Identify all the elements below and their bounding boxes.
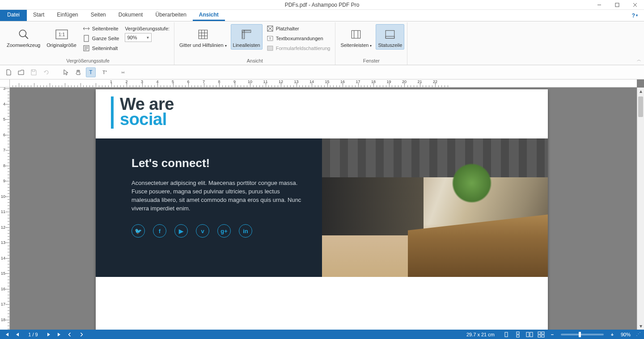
ribbon-group-window-label: Fenster bbox=[338, 57, 404, 65]
formfield-icon bbox=[267, 45, 274, 52]
youtube-icon[interactable]: ▶ bbox=[174, 224, 188, 238]
zoom-value[interactable]: 90% bbox=[621, 332, 631, 337]
original-size-button[interactable]: 1:1 Originalgröße bbox=[44, 24, 79, 50]
qa-addtext-button[interactable]: T+ bbox=[98, 67, 108, 77]
zoom-slider[interactable] bbox=[561, 334, 604, 335]
fit-width-button[interactable]: Seitenbreite bbox=[80, 24, 122, 33]
viewmode-twopage-cont-button[interactable] bbox=[537, 331, 546, 338]
svg-rect-9 bbox=[267, 46, 273, 50]
tab-view[interactable]: Ansicht bbox=[193, 10, 225, 21]
resize-grip-icon[interactable]: ⋰ bbox=[636, 331, 641, 337]
nav-forward-button[interactable] bbox=[77, 331, 85, 339]
zoom-level-select[interactable]: 90%▼ bbox=[125, 33, 152, 42]
googleplus-icon[interactable]: g+ bbox=[217, 224, 231, 238]
svg-text:T: T bbox=[89, 69, 93, 75]
workspace: 12345678910111213141516171819202122 3456… bbox=[0, 80, 644, 330]
tab-start[interactable]: Start bbox=[27, 10, 51, 21]
ribbon-group-view: Gitter und Hilfslinien ▾ Linealleisten P… bbox=[174, 22, 335, 65]
zoom-tool-button[interactable]: Zoomwerkzeug bbox=[4, 24, 42, 50]
nav-first-page-button[interactable] bbox=[3, 331, 11, 339]
rulers-button[interactable]: Linealleisten bbox=[231, 24, 263, 50]
menu-tabs: Datei Start Einfügen Seiten Dokument Übe… bbox=[0, 10, 644, 21]
qa-hand-button[interactable] bbox=[73, 67, 83, 77]
side-panels-button[interactable]: Seitenleisten ▾ bbox=[338, 24, 374, 50]
nav-next-page-button[interactable] bbox=[45, 331, 53, 339]
vertical-scrollbar[interactable]: ▴ ▾ bbox=[637, 88, 644, 330]
hero-accent-bar bbox=[111, 96, 114, 129]
tab-review[interactable]: Überarbeiten bbox=[149, 10, 192, 21]
tab-insert[interactable]: Einfügen bbox=[51, 10, 84, 21]
page-content-icon bbox=[83, 45, 90, 52]
ribbon-group-window: Seitenleisten ▾ Statuszeile Fenster bbox=[335, 22, 407, 65]
viewmode-twopage-button[interactable] bbox=[525, 331, 534, 338]
textbox-icon: T bbox=[267, 35, 274, 42]
svg-rect-21 bbox=[538, 332, 541, 334]
svg-rect-23 bbox=[538, 335, 541, 337]
qa-open-button[interactable] bbox=[16, 67, 26, 77]
page-indicator[interactable]: 1 / 9 bbox=[24, 332, 42, 337]
svg-text:+: + bbox=[105, 69, 107, 73]
nav-last-page-button[interactable] bbox=[55, 331, 64, 339]
zoom-out-button[interactable]: − bbox=[548, 332, 556, 337]
svg-rect-0 bbox=[615, 3, 619, 7]
statusbar-icon bbox=[383, 27, 397, 42]
window-maximize-button[interactable] bbox=[608, 0, 626, 9]
ribbon-group-zoom: Zoomwerkzeug 1:1 Originalgröße Seitenbre… bbox=[2, 22, 174, 65]
textbox-borders-button[interactable]: TTextboxumrandungen bbox=[264, 34, 333, 43]
scroll-up-arrow[interactable]: ▴ bbox=[637, 88, 644, 95]
ribbon-collapse-button[interactable]: ︿ bbox=[637, 57, 641, 63]
scroll-thumb[interactable] bbox=[638, 96, 643, 117]
linkedin-icon[interactable]: in bbox=[239, 224, 252, 238]
qa-new-button[interactable] bbox=[4, 67, 13, 77]
grid-icon bbox=[196, 27, 210, 42]
connect-heading: Let's connect! bbox=[131, 156, 302, 170]
hero-title-line2: social bbox=[120, 110, 167, 129]
zoom-slider-thumb[interactable] bbox=[579, 332, 581, 337]
facebook-icon[interactable]: f bbox=[153, 224, 166, 238]
nav-prev-page-button[interactable] bbox=[13, 331, 21, 339]
svg-rect-16 bbox=[505, 332, 508, 337]
help-button[interactable]: ?▾ bbox=[626, 10, 644, 21]
twitter-icon[interactable]: 🐦 bbox=[131, 224, 145, 238]
qa-text-button[interactable]: T bbox=[86, 67, 96, 77]
svg-rect-17 bbox=[517, 332, 519, 334]
full-page-button[interactable]: Ganze Seite bbox=[80, 34, 122, 43]
viewmode-continuous-button[interactable] bbox=[513, 331, 522, 338]
one-to-one-icon: 1:1 bbox=[55, 27, 69, 42]
window-close-button[interactable] bbox=[626, 0, 644, 9]
placeholder-button[interactable]: Platzhalter bbox=[264, 24, 333, 33]
svg-rect-19 bbox=[526, 332, 529, 337]
vimeo-icon[interactable]: v bbox=[196, 224, 209, 238]
document-canvas[interactable]: We are social Let's connect! Aconsectetu… bbox=[10, 88, 637, 330]
tab-document[interactable]: Dokument bbox=[112, 10, 149, 21]
window-minimize-button[interactable] bbox=[590, 0, 608, 9]
viewmode-single-button[interactable] bbox=[502, 331, 511, 338]
status-bar: 1 / 9 29.7 x 21 cm − + 90% ⋰ bbox=[0, 330, 644, 339]
ribbon-group-zoom-label: Vergrößerungsstufe bbox=[4, 57, 171, 65]
grid-guides-button[interactable]: Gitter und Hilfslinien ▾ bbox=[177, 24, 229, 50]
nav-back-button[interactable] bbox=[66, 331, 74, 339]
ruler-horizontal[interactable]: 12345678910111213141516171819202122 bbox=[10, 80, 637, 88]
tab-file[interactable]: Datei bbox=[0, 10, 27, 21]
svg-rect-10 bbox=[352, 30, 361, 38]
svg-rect-24 bbox=[542, 335, 544, 337]
cursor-coordinates: 29.7 x 21 cm bbox=[466, 332, 495, 337]
ruler-corner bbox=[0, 80, 10, 88]
statusbar-button[interactable]: Statuszeile bbox=[376, 24, 404, 50]
tab-pages[interactable]: Seiten bbox=[85, 10, 112, 21]
scroll-down-arrow[interactable]: ▾ bbox=[637, 322, 644, 330]
ruler-icon bbox=[239, 27, 254, 42]
page-content-button[interactable]: Seiteninhalt bbox=[80, 44, 122, 53]
quick-access-toolbar: T T+ bbox=[0, 65, 644, 80]
magnifier-icon bbox=[17, 27, 31, 42]
zoom-in-button[interactable]: + bbox=[608, 332, 616, 337]
svg-point-1 bbox=[19, 30, 26, 37]
formfield-shading-button: Formularfeldschattierung bbox=[264, 44, 333, 53]
svg-rect-4 bbox=[84, 35, 89, 42]
qa-pointer-button[interactable] bbox=[61, 67, 71, 77]
ruler-vertical[interactable]: 3456789101112131415161718 bbox=[0, 88, 10, 330]
qa-customize-button[interactable] bbox=[118, 67, 128, 77]
zoom-level-label: Vergrößerungsstufe: bbox=[125, 26, 169, 31]
full-page-icon bbox=[83, 35, 90, 42]
svg-text:T: T bbox=[269, 37, 271, 41]
